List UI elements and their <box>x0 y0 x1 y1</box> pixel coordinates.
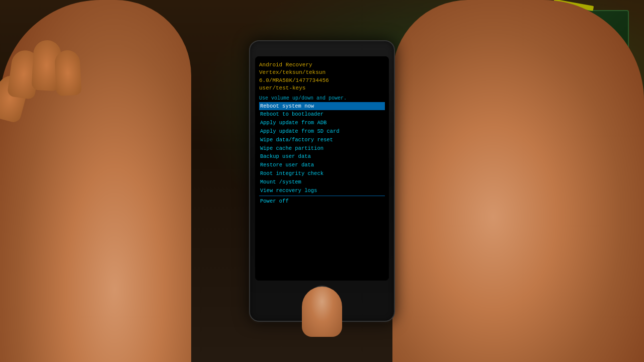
menu-item-10[interactable]: View recovery logs <box>259 187 385 195</box>
phone-screen: Android Recovery Vertex/teksun/teksun 6.… <box>255 56 389 281</box>
menu-item-7-label: Restore user data <box>260 162 314 168</box>
menu-item-1[interactable]: Reboot to bootloader <box>259 110 385 119</box>
recovery-header: Android Recovery Vertex/teksun/teksun 6.… <box>259 61 385 93</box>
menu-item-8-label: Root integrity check <box>260 170 324 176</box>
phone: Android Recovery Vertex/teksun/teksun 6.… <box>249 40 395 322</box>
header-line1: Android Recovery <box>259 61 385 69</box>
recovery-instruction: Use volume up/down and power. <box>259 96 385 101</box>
menu-item-9[interactable]: Mount /system <box>259 178 385 187</box>
recovery-screen: Android Recovery Vertex/teksun/teksun 6.… <box>255 56 389 281</box>
menu-item-8[interactable]: Root integrity check <box>259 169 385 178</box>
header-line3: 6.0/MRA58K/1477734456 <box>259 77 385 84</box>
menu-item-11[interactable]: Power off <box>259 197 385 206</box>
menu-item-10-label: View recovery logs <box>260 188 317 194</box>
left-finger-4 <box>54 50 82 96</box>
menu-item-11-label: Power off <box>260 198 289 204</box>
menu-item-3[interactable]: Apply update from SD card <box>259 127 385 136</box>
menu-item-0-label: Reboot system now <box>260 103 314 109</box>
left-hand <box>0 0 191 362</box>
menu-item-4-label: Wipe data/factory reset <box>260 137 333 143</box>
menu-divider <box>259 196 385 196</box>
menu-item-5[interactable]: Wipe cache partition <box>259 144 385 153</box>
menu-item-6[interactable]: Backup user data <box>259 152 385 161</box>
menu-item-4[interactable]: Wipe data/factory reset <box>259 136 385 144</box>
bottom-finger <box>302 287 342 337</box>
menu-item-3-label: Apply update from SD card <box>260 128 340 134</box>
menu-item-selected[interactable]: Reboot system now <box>259 102 385 111</box>
menu-item-1-label: Reboot to bootloader <box>260 111 324 117</box>
menu-item-9-label: Mount /system <box>260 179 301 185</box>
right-hand <box>392 0 644 362</box>
scene: Android Recovery Vertex/teksun/teksun 6.… <box>0 0 644 362</box>
menu-item-6-label: Backup user data <box>260 153 311 159</box>
menu-item-7[interactable]: Restore user data <box>259 161 385 169</box>
header-line4: user/test-keys <box>259 84 385 92</box>
menu-item-5-label: Wipe cache partition <box>260 145 324 151</box>
menu-item-2[interactable]: Apply update from ADB <box>259 119 385 127</box>
menu-item-2-label: Apply update from ADB <box>260 120 327 126</box>
header-line2: Vertex/teksun/teksun <box>259 69 385 76</box>
